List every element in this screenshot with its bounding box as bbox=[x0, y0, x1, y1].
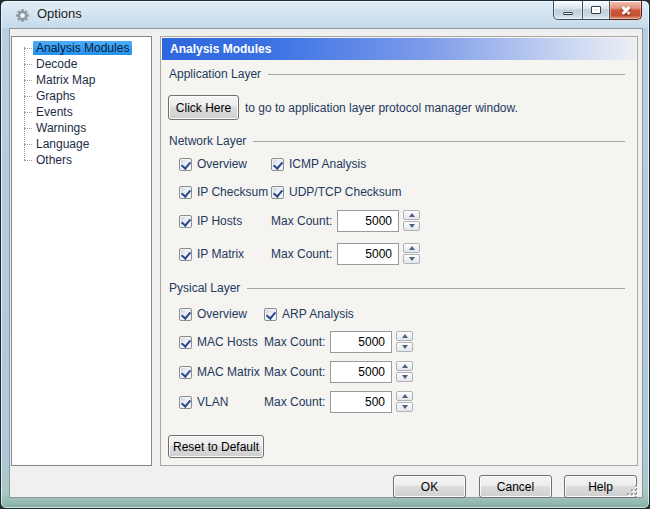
spin-up-button[interactable] bbox=[403, 243, 420, 253]
vlan-max-count-input[interactable] bbox=[330, 391, 392, 413]
resize-grip-icon[interactable] bbox=[627, 485, 637, 495]
spin-down-button[interactable] bbox=[403, 221, 420, 231]
section-divider bbox=[268, 74, 625, 75]
section-network-layer: Network Layer bbox=[169, 133, 625, 149]
click-here-button[interactable]: Click Here bbox=[168, 95, 239, 120]
click-here-description: to go to application layer protocol mana… bbox=[245, 95, 518, 120]
chevron-up-icon bbox=[402, 364, 408, 368]
titlebar[interactable]: Options bbox=[1, 1, 649, 28]
ip-hosts-spinner bbox=[403, 210, 420, 232]
udp-tcp-checksum-checkbox[interactable] bbox=[271, 186, 284, 199]
physical-row-overview: Overview ARP Analysis bbox=[161, 306, 637, 322]
sidebar-tree: Analysis Modules Decode Matrix Map Graph… bbox=[11, 36, 152, 466]
sidebar-item-decode[interactable]: Decode bbox=[12, 56, 151, 72]
vlan-spinner bbox=[396, 391, 413, 413]
ip-checksum-checkbox[interactable] bbox=[179, 186, 192, 199]
network-row-checksum: IP Checksum UDP/TCP Checksum bbox=[161, 184, 637, 200]
vlan-checkbox[interactable] bbox=[179, 396, 192, 409]
mac-hosts-checkbox[interactable] bbox=[179, 336, 192, 349]
max-count-label: Max Count: bbox=[264, 365, 325, 379]
checkbox-label: Overview bbox=[197, 157, 247, 171]
overview-checkbox[interactable] bbox=[179, 158, 192, 171]
chevron-up-icon bbox=[402, 334, 408, 338]
chevron-down-icon bbox=[402, 345, 408, 349]
max-count-label: Max Count: bbox=[264, 335, 325, 349]
gear-icon bbox=[16, 9, 29, 22]
panel-title: Analysis Modules bbox=[162, 38, 636, 60]
spin-up-button[interactable] bbox=[403, 210, 420, 220]
chevron-down-icon bbox=[402, 375, 408, 379]
network-row-overview: Overview ICMP Analysis bbox=[161, 156, 637, 172]
mac-hosts-max-count-input[interactable] bbox=[330, 331, 392, 353]
chevron-down-icon bbox=[409, 224, 415, 228]
section-divider bbox=[253, 141, 625, 142]
ip-hosts-max-count-input[interactable] bbox=[337, 210, 399, 232]
window-title: Options bbox=[37, 1, 82, 27]
reset-to-default-button[interactable]: Reset to Default bbox=[168, 435, 264, 458]
cancel-button[interactable]: Cancel bbox=[479, 475, 552, 498]
minimize-button[interactable] bbox=[553, 1, 583, 20]
icmp-analysis-checkbox[interactable] bbox=[271, 158, 284, 171]
mac-matrix-max-count-input[interactable] bbox=[330, 361, 392, 383]
chevron-down-icon bbox=[402, 405, 408, 409]
checkbox-label: IP Matrix bbox=[197, 247, 244, 261]
sidebar-item-events[interactable]: Events bbox=[12, 104, 151, 120]
max-count-label: Max Count: bbox=[264, 395, 325, 409]
sidebar-item-graphs[interactable]: Graphs bbox=[12, 88, 151, 104]
checkbox-label: ICMP Analysis bbox=[289, 157, 366, 171]
spin-down-button[interactable] bbox=[396, 342, 413, 352]
ip-hosts-checkbox[interactable] bbox=[179, 215, 192, 228]
mac-hosts-spinner bbox=[396, 331, 413, 353]
chevron-up-icon bbox=[409, 246, 415, 250]
maximize-icon bbox=[591, 6, 601, 14]
spin-down-button[interactable] bbox=[396, 402, 413, 412]
mac-matrix-checkbox[interactable] bbox=[179, 366, 192, 379]
spin-down-button[interactable] bbox=[396, 372, 413, 382]
section-physical-layer: Pysical Layer bbox=[169, 280, 625, 296]
close-icon bbox=[620, 4, 632, 16]
sidebar-item-analysis-modules[interactable]: Analysis Modules bbox=[12, 40, 151, 56]
section-label: Application Layer bbox=[169, 67, 261, 81]
maximize-button[interactable] bbox=[583, 1, 610, 20]
sidebar-item-others[interactable]: Others bbox=[12, 152, 151, 168]
section-label: Network Layer bbox=[169, 134, 246, 148]
section-application-layer: Application Layer bbox=[169, 66, 625, 82]
chevron-up-icon bbox=[402, 394, 408, 398]
network-row-ip-hosts: IP Hosts Max Count: bbox=[161, 210, 637, 232]
max-count-label: Max Count: bbox=[271, 247, 332, 261]
checkbox-label: MAC Matrix bbox=[197, 365, 260, 379]
arp-analysis-checkbox[interactable] bbox=[264, 308, 277, 321]
caption-buttons bbox=[553, 1, 642, 20]
chevron-down-icon bbox=[409, 257, 415, 261]
spin-down-button[interactable] bbox=[403, 254, 420, 264]
checkbox-label: IP Hosts bbox=[197, 214, 242, 228]
checkbox-label: IP Checksum bbox=[197, 185, 268, 199]
ip-matrix-spinner bbox=[403, 243, 420, 265]
max-count-label: Max Count: bbox=[271, 214, 332, 228]
spin-up-button[interactable] bbox=[396, 361, 413, 371]
sidebar-item-language[interactable]: Language bbox=[12, 136, 151, 152]
close-button[interactable] bbox=[610, 1, 642, 20]
phy-overview-checkbox[interactable] bbox=[179, 308, 192, 321]
sidebar-item-matrix-map[interactable]: Matrix Map bbox=[12, 72, 151, 88]
physical-row-vlan: VLAN Max Count: bbox=[161, 391, 637, 413]
minimize-icon bbox=[563, 12, 573, 15]
checkbox-label: ARP Analysis bbox=[282, 307, 354, 321]
ok-button[interactable]: OK bbox=[393, 475, 466, 498]
chevron-up-icon bbox=[409, 213, 415, 217]
sidebar-item-warnings[interactable]: Warnings bbox=[12, 120, 151, 136]
ip-matrix-max-count-input[interactable] bbox=[337, 243, 399, 265]
section-divider bbox=[247, 288, 625, 289]
physical-row-mac-matrix: MAC Matrix Max Count: bbox=[161, 361, 637, 383]
spin-up-button[interactable] bbox=[396, 331, 413, 341]
spin-up-button[interactable] bbox=[396, 391, 413, 401]
options-dialog: Options Analysis Modules Decode Matrix M… bbox=[0, 0, 650, 509]
checkbox-label: Overview bbox=[197, 307, 247, 321]
network-row-ip-matrix: IP Matrix Max Count: bbox=[161, 243, 637, 265]
ip-matrix-checkbox[interactable] bbox=[179, 248, 192, 261]
checkbox-label: UDP/TCP Checksum bbox=[289, 185, 401, 199]
mac-matrix-spinner bbox=[396, 361, 413, 383]
section-label: Pysical Layer bbox=[169, 281, 240, 295]
main-panel: Analysis Modules Application Layer Click… bbox=[160, 36, 638, 466]
physical-row-mac-hosts: MAC Hosts Max Count: bbox=[161, 331, 637, 353]
